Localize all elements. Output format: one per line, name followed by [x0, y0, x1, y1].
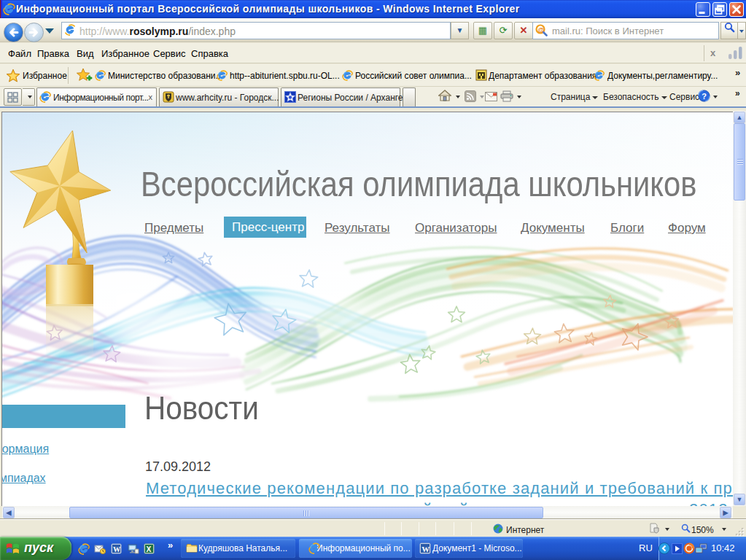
svg-text:@: @	[538, 26, 545, 34]
svg-text:?: ?	[702, 92, 707, 101]
svg-text:W: W	[113, 545, 121, 553]
svg-text:W: W	[421, 545, 430, 553]
svg-text:X: X	[147, 545, 152, 553]
